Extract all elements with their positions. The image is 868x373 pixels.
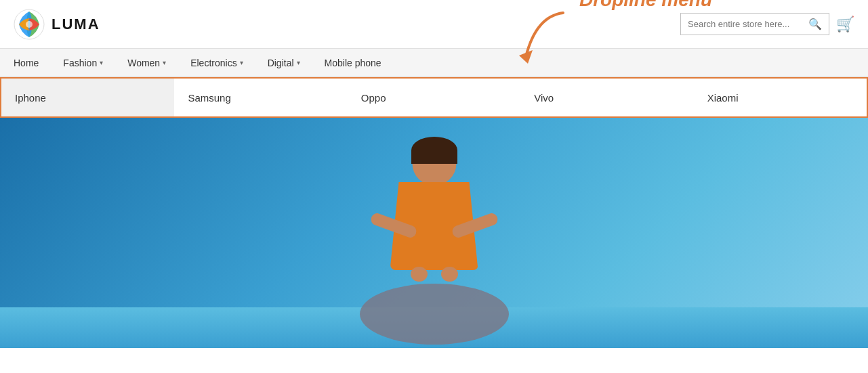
logo-area: LUMA — [14, 9, 100, 40]
svg-point-1 — [26, 21, 33, 28]
dropdown-item-samsung[interactable]: Samsung — [174, 79, 347, 116]
dropdown-oppo-label: Oppo — [361, 92, 386, 104]
dropline-annotation-label: Dropline menu — [579, 0, 712, 11]
main-nav: Home Fashion ▾ Women ▾ Electronics ▾ Dig… — [0, 49, 868, 77]
dropdown-iphone-label: Iphone — [15, 92, 46, 104]
nav-electronics-label: Electronics — [190, 58, 236, 68]
hero-section — [0, 118, 868, 348]
search-input[interactable] — [688, 19, 808, 29]
nav-women-label: Women — [127, 58, 160, 68]
dropdown-xiaomi-label: Xiaomi — [707, 92, 739, 104]
nav-item-digital[interactable]: Digital ▾ — [255, 49, 312, 77]
site-header: LUMA 🔍 🛒 — [0, 0, 868, 49]
nav-fashion-label: Fashion — [63, 58, 97, 68]
hero-figure — [333, 131, 536, 348]
annotation-arrow — [509, 9, 577, 67]
nav-home-label: Home — [14, 58, 39, 68]
header-right: 🔍 🛒 — [680, 13, 854, 35]
dropdown-item-vivo[interactable]: Vivo — [520, 79, 693, 116]
nav-digital-label: Digital — [268, 58, 294, 68]
figure-left-hand — [411, 267, 428, 282]
chevron-down-icon: ▾ — [240, 59, 243, 66]
luma-logo-icon — [14, 9, 45, 40]
nav-mobile-label: Mobile phone — [325, 58, 381, 68]
figure-legs — [360, 284, 509, 345]
search-icon[interactable]: 🔍 — [808, 18, 822, 30]
nav-item-home[interactable]: Home — [14, 49, 51, 77]
search-box[interactable]: 🔍 — [680, 13, 829, 35]
nav-item-electronics[interactable]: Electronics ▾ — [178, 49, 255, 77]
nav-item-mobile[interactable]: Mobile phone — [312, 49, 394, 77]
dropdown-samsung-label: Samsung — [188, 92, 230, 104]
dropdown-item-xiaomi[interactable]: Xiaomi — [694, 79, 867, 116]
dropdown-item-oppo[interactable]: Oppo — [348, 79, 520, 116]
dropdown-vivo-label: Vivo — [534, 92, 554, 104]
nav-item-women[interactable]: Women ▾ — [115, 49, 178, 77]
figure-right-hand — [441, 267, 458, 282]
dropdown-panel: Iphone Samsung Oppo Vivo Xiaomi — [0, 77, 868, 118]
dropdown-item-iphone[interactable]: Iphone — [1, 79, 174, 116]
chevron-down-icon: ▾ — [163, 59, 166, 66]
page-wrapper: LUMA 🔍 🛒 Home Fashion ▾ Women ▾ Electron… — [0, 0, 868, 348]
logo-text: LUMA — [51, 16, 100, 33]
chevron-down-icon: ▾ — [297, 59, 300, 66]
chevron-down-icon: ▾ — [100, 59, 103, 66]
figure-hair — [411, 137, 457, 164]
nav-item-fashion[interactable]: Fashion ▾ — [51, 49, 115, 77]
cart-icon[interactable]: 🛒 — [836, 16, 854, 33]
